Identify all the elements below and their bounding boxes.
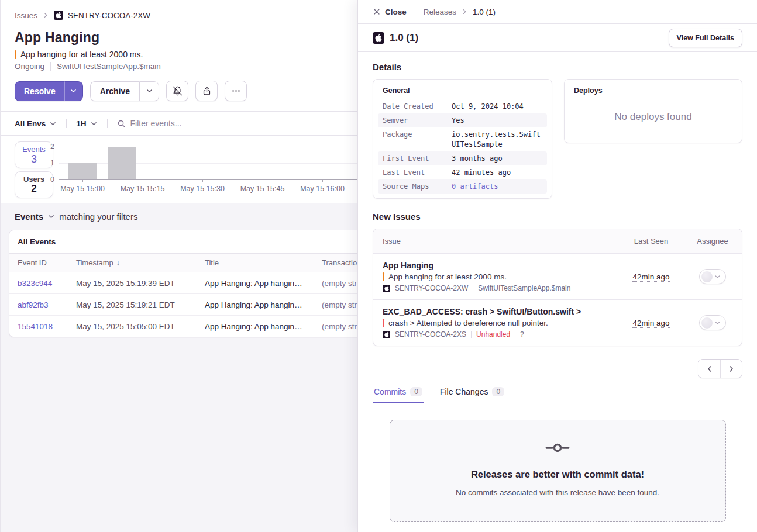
environment-filter-label: All Envs <box>15 119 46 128</box>
search-icon <box>117 119 126 128</box>
more-actions-button[interactable] <box>225 81 247 101</box>
unhandled-badge: Unhandled <box>476 330 510 338</box>
close-drawer-button[interactable]: Close <box>373 8 407 16</box>
chart-x-tick <box>202 180 203 182</box>
issue-subtitle-text: crash > Attempted to dereference null po… <box>388 319 548 327</box>
chart-gridline <box>59 147 369 147</box>
view-full-details-button[interactable]: View Full Details <box>669 29 742 47</box>
issue-assignee <box>683 315 742 330</box>
column-header-event-id[interactable]: Event ID <box>9 258 68 267</box>
first-event-relative-time[interactable]: 3 months ago <box>452 154 503 163</box>
column-header-last-seen: Last Seen <box>619 237 683 246</box>
issue-row-title[interactable]: EXC_BAD_ACCESS: crash > SwiftUI/Button.s… <box>383 307 619 316</box>
issue-row-meta: SENTRY-COCOA-2XS Unhandled ? <box>383 330 619 338</box>
no-deploys-message: No deploys found <box>569 111 737 123</box>
column-header-title[interactable]: Title <box>197 258 314 267</box>
close-icon <box>373 8 381 16</box>
issue-context: SwiftUITestSampleApp.$main <box>57 62 161 71</box>
issue-subtitle-text: App hanging for at least 2000 ms. <box>388 272 507 281</box>
new-issues-table-header: Issue Last Seen Assignee <box>373 229 742 253</box>
issue-last-seen: 42min ago <box>619 318 683 327</box>
assignee-dropdown[interactable] <box>699 315 726 330</box>
event-timestamp: May 15, 2025 15:05:00 EDT <box>68 322 197 331</box>
issue-status: Ongoing <box>15 62 44 71</box>
resolve-dropdown-button[interactable] <box>64 81 83 101</box>
issue-row-meta: SENTRY-COCOA-2XW SwiftUITestSampleApp.$m… <box>383 284 619 292</box>
general-row: Date Created Oct 9, 2024 10:04 <box>378 99 547 113</box>
tab-file-changes[interactable]: File Changes 0 <box>439 384 505 403</box>
resolve-button[interactable]: Resolve <box>15 81 64 101</box>
sort-descending-icon: ↓ <box>116 259 120 267</box>
close-label: Close <box>385 8 407 16</box>
last-seen-time[interactable]: 42min ago <box>632 272 669 282</box>
kv-value: Yes <box>452 116 542 125</box>
kv-value: 3 months ago <box>452 154 542 163</box>
chart-y-tick-label: 2 <box>39 143 54 151</box>
apple-platform-icon <box>373 32 384 44</box>
apple-platform-icon <box>383 285 390 292</box>
kv-value: Oct 9, 2024 10:04 <box>452 102 542 111</box>
share-button[interactable] <box>195 81 218 101</box>
tab-commits[interactable]: Commits 0 <box>373 384 424 403</box>
filter-events-input[interactable] <box>130 119 283 128</box>
general-row: Source Maps 0 artifacts <box>378 179 547 194</box>
archive-button[interactable]: Archive <box>90 81 139 101</box>
issue-row[interactable]: EXC_BAD_ACCESS: crash > SwiftUI/Button.s… <box>373 299 742 346</box>
event-id-link[interactable]: b323c944 <box>9 279 68 288</box>
issue-row-title[interactable]: App Hanging <box>383 261 619 270</box>
help-icon[interactable]: ? <box>520 330 524 338</box>
chevron-down-icon <box>70 87 77 95</box>
chevron-down-icon <box>146 87 153 95</box>
users-stat-value: 2 <box>31 184 36 195</box>
ellipsis-icon <box>231 86 241 96</box>
events-chart-plot: 012May 15 15:00May 15 15:15May 15 15:30M… <box>59 144 369 180</box>
new-issues-table: Issue Last Seen Assignee App Hanging App… <box>373 229 742 346</box>
release-drawer: Close Releases 1.0 (1) 1.0 (1) View Full… <box>357 0 757 532</box>
events-chart: 012May 15 15:00May 15 15:15May 15 15:30M… <box>59 144 369 199</box>
events-stat-value: 3 <box>31 154 37 165</box>
time-period-filter[interactable]: 1H <box>76 119 97 128</box>
event-id-link[interactable]: abf92fb3 <box>9 300 68 309</box>
chart-bar <box>68 163 97 179</box>
general-row: Last Event 42 minutes ago <box>378 165 547 179</box>
issue-row[interactable]: App Hanging App hanging for at least 200… <box>373 253 742 299</box>
event-id-link[interactable]: 15541018 <box>9 322 68 331</box>
chevron-down-icon[interactable] <box>47 213 55 220</box>
source-maps-link[interactable]: 0 artifacts <box>452 182 542 191</box>
events-heading-dropdown[interactable]: Events <box>15 212 43 222</box>
empty-state-subtitle: No commits associated with this release … <box>408 488 708 497</box>
assignee-dropdown[interactable] <box>699 269 726 284</box>
issue-row-subtitle: App hanging for at least 2000 ms. <box>383 272 619 281</box>
issue-row-subtitle: crash > Attempted to dereference null po… <box>383 319 619 327</box>
kv-key: First Event <box>383 154 452 163</box>
general-row: Package io.sentry.tests.SwiftUITestSampl… <box>378 127 547 151</box>
chart-bar <box>108 147 136 179</box>
previous-page-button[interactable] <box>698 360 720 378</box>
archive-dropdown-button[interactable] <box>139 81 159 101</box>
tab-file-changes-label: File Changes <box>440 387 488 396</box>
last-event-relative-time[interactable]: 42 minutes ago <box>452 168 511 177</box>
last-seen-time[interactable]: 42min ago <box>632 319 669 328</box>
column-header-timestamp[interactable]: Timestamp ↓ <box>68 258 197 267</box>
next-page-button[interactable] <box>720 360 742 378</box>
mute-button[interactable] <box>166 81 188 101</box>
column-header-assignee: Assignee <box>683 237 742 246</box>
divider <box>50 62 51 71</box>
avatar <box>701 271 713 282</box>
chevron-right-icon <box>727 365 735 373</box>
deploys-card: Deploys No deploys found <box>564 79 742 143</box>
environment-filter[interactable]: All Envs <box>15 119 57 128</box>
issue-short-id: SENTRY-COCOA-2XW <box>395 284 468 292</box>
tab-file-changes-count: 0 <box>492 387 504 396</box>
chart-x-tick-label: May 15 15:45 <box>230 185 295 193</box>
breadcrumb-releases-link[interactable]: Releases <box>424 8 456 16</box>
apple-platform-icon <box>383 331 390 338</box>
kv-key: Package <box>383 130 452 148</box>
breadcrumb-project[interactable]: SENTRY-COCOA-2XW <box>68 11 150 20</box>
chart-y-tick-label: 1 <box>39 159 54 167</box>
drawer-breadcrumb: Releases 1.0 (1) <box>424 8 496 16</box>
breadcrumb-issues-link[interactable]: Issues <box>15 11 37 20</box>
divider <box>471 331 472 338</box>
detail-cards: General Date Created Oct 9, 2024 10:04 S… <box>373 79 742 199</box>
kv-key: Date Created <box>383 102 452 111</box>
